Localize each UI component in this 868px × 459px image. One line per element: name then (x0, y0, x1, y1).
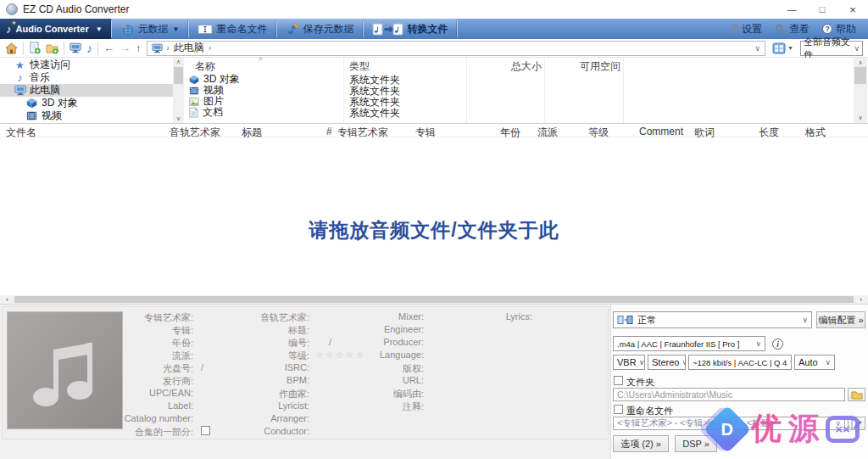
wrench-icon (727, 24, 738, 35)
scroll-down-icon[interactable]: ∨ (854, 114, 867, 122)
toolbar-separator (457, 20, 458, 37)
scroll-right-icon[interactable]: › (854, 295, 868, 304)
edit-profile-label: 编辑配置 » (818, 314, 863, 327)
caret-down-icon: ▼ (96, 25, 103, 33)
rename-pattern-field[interactable]: <专辑艺术家> - <专辑>\<编号> - <标题> ∨ (613, 417, 845, 430)
track-table-header: 文件名 音轨艺术家 标题 # 专辑艺术家 专辑 年份 流派 等级 Comment… (0, 123, 868, 137)
tree-item-music[interactable]: ♪ 音乐 (0, 71, 173, 84)
settings-button[interactable]: 设置 (722, 22, 767, 36)
chevron-down-icon: ∨ (835, 419, 841, 428)
scroll-up-icon[interactable]: ∧ (173, 58, 184, 66)
folder-row-documents[interactable]: 文档 (189, 105, 223, 120)
field-label-track-artist: 音轨艺术家: (212, 311, 309, 324)
chevron-down-icon: ∨ (753, 339, 761, 348)
options-button[interactable]: 选项 (2) » (613, 435, 669, 452)
dsp-button[interactable]: DSP » (675, 435, 717, 452)
film-icon (25, 110, 38, 121)
column-header-number[interactable]: # (326, 126, 332, 137)
view-button[interactable]: 查看 (770, 22, 815, 36)
column-header-comment[interactable]: Comment (639, 126, 683, 137)
file-filter-dropdown[interactable]: 全部音频文件 ∨ (800, 41, 863, 56)
convert-files-label: 转换文件 (408, 22, 448, 36)
tree-scrollbar[interactable]: ∧ ∨ (173, 58, 184, 123)
bitrate-mode-value: VBR (617, 357, 637, 367)
computer-button[interactable] (70, 42, 81, 53)
folder-list-scrollbar[interactable]: ∧ ∨ (854, 58, 867, 123)
bitrate-mode-dropdown[interactable]: VBR ∨ (613, 355, 645, 370)
tree-item-videos[interactable]: 视频 (0, 109, 173, 122)
rename-files-checkbox[interactable] (614, 405, 623, 414)
rename-files-button[interactable]: 重命名文件 (189, 19, 276, 39)
address-bar[interactable]: › 此电脑 › ∨ (147, 41, 766, 56)
scroll-up-icon[interactable]: ∧ (854, 59, 867, 67)
scrollbar-thumb[interactable] (14, 296, 854, 303)
back-button[interactable]: ← (103, 42, 114, 54)
field-label-track-number: 编号: (212, 337, 309, 350)
scrollbar-thumb[interactable] (854, 67, 866, 84)
chevron-down-icon: ∨ (637, 358, 645, 367)
toolbar-separator (64, 42, 64, 55)
browse-folder-button[interactable] (848, 388, 865, 401)
rename-files-label: 重命名文件 (217, 22, 268, 36)
breadcrumb-this-pc[interactable]: 此电脑 (174, 41, 204, 55)
app-icon (6, 3, 18, 15)
convert-files-button[interactable]: 转换文件 (364, 19, 457, 39)
column-header-type[interactable]: 类型 (349, 59, 370, 74)
add-files-button[interactable] (29, 42, 41, 54)
field-label-language: Language: (336, 350, 424, 360)
minimize-button[interactable]: — (776, 0, 807, 19)
folder-type: 系统文件夹 (349, 106, 400, 120)
help-button[interactable]: ? 帮助 (817, 22, 861, 36)
track-drop-area[interactable]: 请拖放音频文件/文件夹于此 (0, 138, 868, 295)
scroll-left-icon[interactable]: ‹ (0, 295, 14, 304)
chevron-down-icon: ∨ (822, 358, 831, 367)
field-label-copyright: 版权: (336, 362, 424, 375)
field-label-lyrics: Lyrics: (458, 311, 532, 322)
field-label-catalog-number: Catalog number: (51, 413, 193, 423)
scrollbar-thumb[interactable] (174, 67, 183, 84)
format-info-icon[interactable]: i (772, 339, 783, 350)
tree-item-quick-access[interactable]: ★ 快速访问 (0, 59, 173, 71)
tree-item-3d-objects[interactable]: 3D 对象 (0, 97, 173, 109)
scroll-down-icon[interactable]: ∨ (173, 115, 184, 123)
bitrate-dropdown[interactable]: ~128 kbit/s | AAC-LC | Q 4 ∨ (688, 355, 792, 370)
field-label-album-artist: 专辑艺术家: (51, 311, 193, 324)
format-dropdown[interactable]: .m4a | AAC | Fraunhofer IIS [ Pro ] ∨ (613, 336, 765, 351)
metadata-button[interactable]: 元数据 ▼ (112, 19, 188, 39)
column-header-free-space[interactable]: 可用空间 (544, 59, 620, 74)
close-icon: × (849, 3, 856, 16)
view-mode-button[interactable]: ▼ (771, 41, 795, 56)
compilation-checkbox[interactable] (201, 426, 210, 435)
home-button[interactable] (5, 42, 18, 54)
field-value-disc-number[interactable]: / (201, 362, 203, 372)
file-browser: ★ 快速访问 ♪ 音乐 此电脑 3D 对象 视频 ∧ (0, 58, 868, 123)
profile-dropdown[interactable]: 正常 ∨ (613, 311, 812, 328)
save-metadata-button[interactable]: 保存元数据 (277, 19, 363, 39)
view-label: 查看 (789, 22, 810, 36)
output-path-field[interactable]: C:\Users\Administrator\Music (613, 388, 845, 401)
chevron-down-icon: ∨ (679, 358, 686, 367)
sample-rate-dropdown[interactable]: Auto ∨ (794, 355, 835, 370)
toolbar-separator (23, 42, 24, 55)
options-label: 选项 (2) » (620, 438, 661, 451)
field-value-track-number[interactable]: / (329, 337, 331, 347)
music-note-button[interactable]: ♪ (86, 42, 92, 55)
up-button[interactable]: ↑ (136, 42, 142, 54)
column-header-total-size[interactable]: 总大小 (464, 59, 542, 74)
dsp-label: DSP » (682, 439, 709, 449)
address-dropdown-icon[interactable]: ∨ (754, 44, 760, 53)
forward-button[interactable]: → (120, 42, 131, 54)
edit-profile-button[interactable]: 编辑配置 » (816, 311, 865, 328)
folder-list: ^ 名称 类型 总大小 可用空间 3D 对象 系统文件夹 视频 系统文件夹 图片… (184, 58, 854, 123)
channels-dropdown[interactable]: Stereo ∨ (648, 355, 686, 370)
output-folder-checkbox[interactable] (614, 376, 623, 385)
add-folder-button[interactable] (46, 42, 58, 54)
tree-item-this-pc[interactable]: 此电脑 (0, 84, 173, 97)
audio-converter-menu-button[interactable]: ♪★ Audio Converter ▼ (0, 19, 111, 39)
edit-pattern-button[interactable] (848, 417, 865, 430)
horizontal-scrollbar[interactable]: ‹ › (0, 295, 868, 304)
chevron-down-icon: ∨ (799, 316, 808, 324)
maximize-button[interactable]: □ (807, 0, 837, 19)
close-button[interactable]: × (837, 0, 868, 19)
field-label-url: URL: (336, 375, 424, 385)
